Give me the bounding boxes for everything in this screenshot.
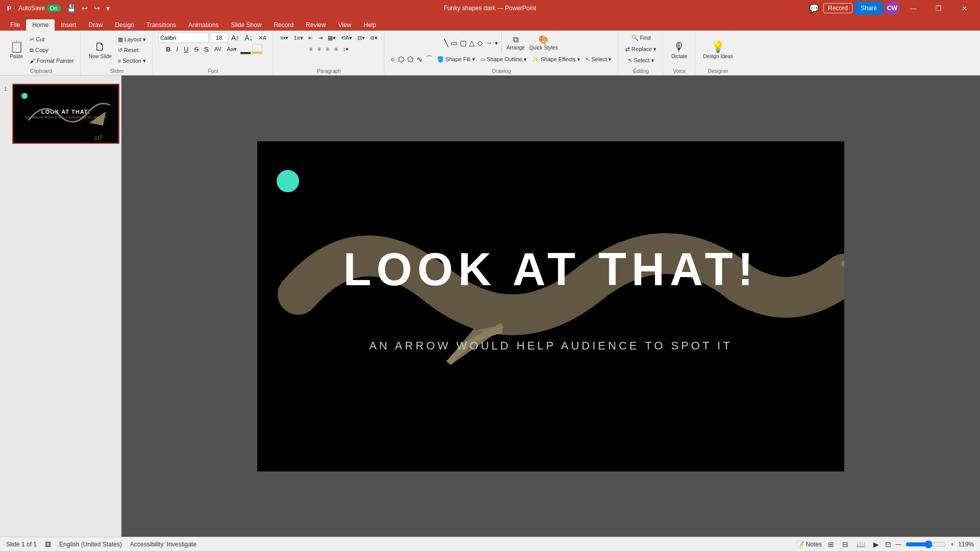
shape-fill-button[interactable]: 🪣 Shape Fill ▾: [435, 54, 477, 64]
autosave-toggle[interactable]: On: [47, 5, 61, 12]
convert-smartart-button[interactable]: ⊜▾: [368, 33, 380, 43]
zoom-minus-button[interactable]: —: [895, 541, 901, 548]
shape-rect-button[interactable]: ▭: [450, 38, 458, 47]
slide-sorter-button[interactable]: ⊟: [840, 539, 850, 549]
section-button[interactable]: ≡ Section ▾: [116, 56, 148, 66]
arrange-button[interactable]: ⧉ Arrange: [504, 35, 527, 52]
replace-button[interactable]: ⇄ Replace ▾: [623, 44, 658, 54]
slide-canvas[interactable]: LOOK AT THAT! AN ARROW WOULD HELP AUDIEN…: [257, 141, 844, 471]
share-button[interactable]: Share: [854, 2, 883, 15]
shape-line-button[interactable]: ╲: [443, 38, 449, 47]
increase-indent-button[interactable]: ⇥: [316, 33, 325, 43]
shape-hexagon-button[interactable]: ⬡: [397, 55, 405, 64]
shape-arrow-button[interactable]: →: [484, 38, 494, 47]
tab-transitions[interactable]: Transitions: [140, 19, 182, 31]
normal-view-button[interactable]: ⊞: [826, 539, 836, 549]
slide-number: 1: [4, 86, 7, 92]
text-direction-button[interactable]: ⟲A▾: [339, 33, 354, 43]
tab-insert[interactable]: Insert: [55, 19, 82, 31]
close-button[interactable]: ✕: [952, 0, 976, 16]
line-spacing-button[interactable]: ↕▾: [341, 44, 351, 54]
accessibility-info[interactable]: Accessibility: Investigate: [130, 541, 197, 548]
zoom-slider[interactable]: [905, 540, 946, 548]
redo-button[interactable]: ↪: [92, 3, 102, 13]
font-name-input[interactable]: [158, 33, 209, 43]
select-edit-button[interactable]: ↖ Select ▾: [626, 55, 656, 65]
undo-button[interactable]: ↩: [80, 3, 90, 13]
minimize-button[interactable]: —: [901, 0, 925, 16]
reset-button[interactable]: ↺ Reset: [116, 45, 148, 55]
shape-triangle-button[interactable]: △: [468, 38, 476, 47]
tab-help[interactable]: Help: [357, 19, 382, 31]
save-qat-button[interactable]: 💾: [65, 3, 78, 13]
tab-record[interactable]: Record: [267, 19, 300, 31]
user-avatar[interactable]: CW: [885, 1, 899, 15]
design-ideas-button[interactable]: 💡 Design Ideas: [700, 36, 736, 64]
clear-format-button[interactable]: ✕A: [256, 33, 268, 43]
align-left-button[interactable]: ≡: [307, 44, 314, 54]
highlight-color-button[interactable]: [252, 44, 262, 54]
font-color-button[interactable]: [240, 44, 251, 54]
fit-slide-button[interactable]: ⊡: [885, 540, 891, 548]
tab-slideshow[interactable]: Slide Show: [225, 19, 267, 31]
change-case-button[interactable]: Aa▾: [225, 44, 238, 54]
shape-curve-button[interactable]: ∿: [415, 55, 424, 64]
cut-button[interactable]: ✂ Cut: [28, 34, 76, 44]
shapes-more-button[interactable]: ▾: [494, 40, 499, 46]
format-painter-button[interactable]: 🖌 Format Painter: [28, 56, 76, 66]
bold-button[interactable]: B: [164, 44, 173, 54]
titlebar-record-button[interactable]: Record: [823, 3, 852, 13]
tab-review[interactable]: Review: [300, 19, 332, 31]
shadow-button[interactable]: S: [202, 44, 211, 54]
increase-font-button[interactable]: A↑: [229, 33, 241, 43]
strikethrough-button[interactable]: S: [192, 44, 201, 54]
zoom-plus-button[interactable]: +: [950, 541, 954, 548]
canvas-area[interactable]: LOOK AT THAT! AN ARROW WOULD HELP AUDIEN…: [121, 76, 980, 537]
slide-main-title[interactable]: LOOK AT THAT!: [343, 243, 758, 296]
layout-button[interactable]: ▦ Layout ▾: [116, 34, 148, 44]
font-group: A↑ A↓ ✕A B I U S S AV Aa▾ Font: [154, 33, 273, 75]
align-text-button[interactable]: ⊟▾: [355, 33, 367, 43]
shape-rounded-rect-button[interactable]: ▢: [459, 38, 468, 47]
decrease-indent-button[interactable]: ⇤: [306, 33, 315, 43]
find-button[interactable]: 🔍 Find: [629, 33, 653, 43]
slideshow-view-button[interactable]: ▶: [871, 539, 881, 549]
justify-button[interactable]: ≡: [332, 44, 339, 54]
tab-animations[interactable]: Animations: [182, 19, 225, 31]
quick-styles-button[interactable]: 🎨 Quick Styles: [527, 35, 560, 52]
copy-button[interactable]: ⧉ Copy: [28, 45, 76, 55]
shape-connector-button[interactable]: ⌒: [425, 54, 434, 64]
dictate-button[interactable]: 🎙 Dictate: [668, 36, 690, 64]
align-right-button[interactable]: ≡: [324, 44, 331, 54]
slide-subtitle[interactable]: AN ARROW WOULD HELP AUDIENCE TO SPOT IT: [369, 339, 732, 353]
char-spacing-button[interactable]: AV: [212, 44, 224, 54]
notes-button[interactable]: 📝 Notes: [797, 541, 822, 548]
select-button[interactable]: ↖ Select ▾: [583, 54, 614, 64]
tab-design[interactable]: Design: [109, 19, 140, 31]
shape-effects-button[interactable]: ✨ Shape Effects ▾: [530, 54, 582, 64]
comments-button[interactable]: 💬: [807, 3, 821, 14]
paste-button[interactable]: 📋 Paste: [6, 36, 27, 64]
slide-thumbnail[interactable]: ///// LOOK AT THAT! AN ARROW WOULD HELP …: [12, 84, 119, 144]
titlebar-left: P AutoSave On 💾 ↩ ↪ ▾: [4, 3, 112, 13]
tab-file[interactable]: File: [4, 19, 26, 31]
shape-outline-button[interactable]: ▭ Shape Outline ▾: [478, 54, 529, 64]
italic-button[interactable]: I: [174, 44, 180, 54]
new-slide-button[interactable]: 🗋 New Slide: [86, 36, 115, 64]
tab-draw[interactable]: Draw: [82, 19, 109, 31]
shape-diamond-button[interactable]: ◇: [476, 38, 484, 47]
shape-oval-button[interactable]: ○: [389, 55, 396, 64]
tab-home[interactable]: Home: [26, 19, 55, 31]
underline-button[interactable]: U: [182, 44, 190, 54]
restore-button[interactable]: ❐: [927, 0, 950, 16]
numbering-button[interactable]: 1≡▾: [291, 33, 305, 43]
font-size-input[interactable]: [210, 33, 228, 43]
decrease-font-button[interactable]: A↓: [242, 33, 255, 43]
tab-view[interactable]: View: [332, 19, 357, 31]
columns-button[interactable]: ▦▾: [326, 33, 338, 43]
reading-view-button[interactable]: 📖: [854, 539, 867, 549]
align-center-button[interactable]: ≡: [315, 44, 323, 54]
shape-pentagon-button[interactable]: ⬠: [406, 55, 414, 64]
more-qat-button[interactable]: ▾: [104, 3, 112, 13]
bullets-button[interactable]: ≡•▾: [278, 33, 290, 43]
